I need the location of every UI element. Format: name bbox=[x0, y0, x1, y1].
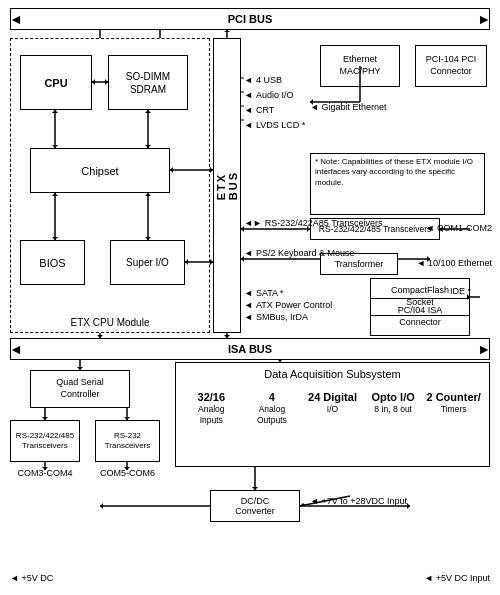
smbus-label: SMBus, IrDA bbox=[256, 312, 308, 322]
arrow-5v-right: ◄ bbox=[424, 573, 435, 583]
arrow-audio: ◄ bbox=[244, 90, 253, 100]
atx-label: ATX Power Control bbox=[256, 300, 332, 310]
etx-module-label: ETX CPU Module bbox=[71, 317, 150, 328]
daq-opto-io: Opto I/O 8 In, 8 out bbox=[363, 390, 423, 415]
atx-row: ◄ ATX Power Control bbox=[244, 300, 332, 310]
daq-title: Data Acquisition Subsystem bbox=[176, 363, 489, 385]
sodimm-label: SO-DIMMSDRAM bbox=[126, 70, 170, 96]
daq-items: 32/16 AnalogInputs 4 AnalogOutputs 24 Di… bbox=[176, 390, 489, 426]
arrow-5v-left: ◄ bbox=[10, 573, 21, 583]
etx-bus-label: ETXBUS bbox=[215, 171, 239, 200]
arrow-atx: ◄ bbox=[244, 300, 253, 310]
quad-serial-box: Quad SerialController bbox=[30, 370, 130, 408]
audio-row: ◄ Audio I/O bbox=[244, 90, 293, 100]
pci104-pci-box: PCI-104 PCIConnector bbox=[415, 45, 487, 87]
svg-marker-58 bbox=[407, 503, 410, 509]
arrow-sata: ◄ bbox=[244, 288, 253, 298]
diagram: PCI BUS ETX CPU Module CPU SO-DIMMSDRAM … bbox=[0, 0, 500, 595]
daq-analog-inputs: 32/16 AnalogInputs bbox=[181, 390, 241, 426]
daq-box: Data Acquisition Subsystem 32/16 AnalogI… bbox=[175, 362, 490, 467]
arrow-28v: ◄ bbox=[310, 496, 321, 506]
usb-label: 4 USB bbox=[256, 75, 282, 85]
isa-bus-label: ISA BUS bbox=[228, 343, 272, 355]
lvds-row: ◄ LVDS LCD * bbox=[244, 120, 305, 130]
smbus-row: ◄ SMBus, IrDA bbox=[244, 312, 308, 322]
usb-row: ◄ 4 USB bbox=[244, 75, 282, 85]
pci104-pci-label: PCI-104 PCIConnector bbox=[426, 54, 477, 77]
sata-label: SATA * bbox=[256, 288, 284, 298]
arrow-ps2: ◄ bbox=[244, 248, 253, 258]
plus5v-right: ◄ +5V DC Input bbox=[424, 573, 490, 583]
crt-row: ◄ CRT bbox=[244, 105, 274, 115]
bios-box: BIOS bbox=[20, 240, 85, 285]
arrow-com12: ◄ bbox=[426, 223, 437, 233]
svg-marker-28 bbox=[224, 30, 230, 32]
com56-label: COM5-COM6 bbox=[95, 468, 160, 478]
daq-analog-outputs: 4 AnalogOutputs bbox=[242, 390, 302, 426]
quad-serial-label: Quad SerialController bbox=[56, 377, 104, 400]
pci-bus-label: PCI BUS bbox=[228, 13, 273, 25]
arrow-usb: ◄ bbox=[244, 75, 253, 85]
dcdc-box: DC/DCConverter bbox=[210, 490, 300, 522]
bios-label: BIOS bbox=[39, 257, 65, 269]
superio-box: Super I/O bbox=[110, 240, 185, 285]
superio-label: Super I/O bbox=[126, 257, 169, 268]
rs232-trans-bl-label: RS-232/422/485Transceivers bbox=[16, 431, 74, 450]
note-box: * Note: Capabilities of these ETX module… bbox=[310, 153, 485, 215]
rs232-bottom-right: RS-232Transceivers bbox=[95, 420, 160, 462]
arrow-rs232: ◄► bbox=[244, 218, 262, 228]
isa-bus: ISA BUS bbox=[10, 338, 490, 360]
rs232-row: ◄► RS-232/422A85 Transceivers bbox=[244, 218, 382, 228]
lvds-label: LVDS LCD * bbox=[256, 120, 305, 130]
eth-mac-label: EthernetMAC/PHY bbox=[339, 54, 380, 77]
gigabit-eth-label: ◄ Gigabit Ethernet bbox=[310, 102, 386, 112]
svg-marker-56 bbox=[100, 503, 103, 509]
daq-timers: 2 Counter/ Timers bbox=[424, 390, 484, 415]
etx-bus: ETXBUS bbox=[213, 38, 241, 333]
pc104-isa-label: PC/I04 ISAConnector bbox=[398, 305, 443, 328]
pci-bus: PCI BUS bbox=[10, 8, 490, 30]
eth100-label: ◄ 10/100 Ethernet bbox=[417, 258, 492, 268]
eth-mac-box: EthernetMAC/PHY bbox=[320, 45, 400, 87]
arrow-smbus: ◄ bbox=[244, 312, 253, 322]
transformer-box: Transformer bbox=[320, 253, 398, 275]
arrow-lvds: ◄ bbox=[244, 120, 253, 130]
chipset-box: Chipset bbox=[30, 148, 170, 193]
arrow-eth100: ◄ bbox=[417, 258, 428, 268]
arrow-gig: ◄ bbox=[310, 102, 321, 112]
sodimm-box: SO-DIMMSDRAM bbox=[108, 55, 188, 110]
chipset-label: Chipset bbox=[81, 165, 118, 177]
com12-label: ◄ COM1-COM2 bbox=[426, 223, 492, 233]
rs232-trans-bottom-left: RS-232/422/485Transceivers bbox=[10, 420, 80, 462]
cpu-box: CPU bbox=[20, 55, 92, 110]
plus5v-left: ◄ +5V DC bbox=[10, 573, 53, 583]
com34-label: COM3-COM4 bbox=[10, 468, 80, 478]
dcdc-label: DC/DCConverter bbox=[235, 496, 275, 516]
arrow-crt: ◄ bbox=[244, 105, 253, 115]
cpu-label: CPU bbox=[44, 77, 67, 89]
svg-marker-60 bbox=[300, 503, 305, 506]
audio-label: Audio I/O bbox=[256, 90, 294, 100]
daq-digital-io: 24 Digital I/O bbox=[302, 390, 362, 415]
crt-label: CRT bbox=[256, 105, 274, 115]
sata-row: ◄ SATA * bbox=[244, 288, 284, 298]
note-text: * Note: Capabilities of these ETX module… bbox=[315, 157, 473, 187]
pc104-isa-box: PC/I04 ISAConnector bbox=[370, 298, 470, 336]
rs232-br-label: RS-232Transceivers bbox=[105, 431, 151, 450]
rs232-iface-label: RS-232/422A85 Transceivers bbox=[265, 218, 383, 228]
transformer-label: Transformer bbox=[335, 259, 384, 269]
plus28v-label: ◄ +7V to +28VDC Input bbox=[310, 496, 407, 506]
